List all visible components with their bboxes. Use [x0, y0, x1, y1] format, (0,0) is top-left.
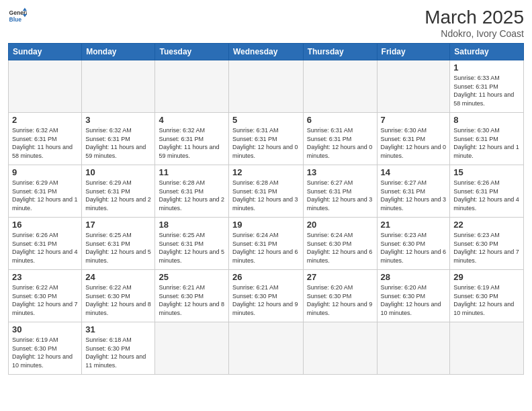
- day-3: 3 Sunrise: 6:32 AMSunset: 6:31 PMDayligh…: [82, 113, 155, 165]
- day-23: 23 Sunrise: 6:22 AMSunset: 6:30 PMDaylig…: [9, 270, 82, 322]
- table-row: 23 Sunrise: 6:22 AMSunset: 6:30 PMDaylig…: [9, 270, 524, 322]
- weekday-header-row: Sunday Monday Tuesday Wednesday Thursday…: [9, 44, 524, 60]
- header-monday: Monday: [82, 44, 155, 60]
- day-31: 31 Sunrise: 6:18 AMSunset: 6:30 PMDaylig…: [82, 322, 155, 375]
- empty-cell: [228, 60, 303, 113]
- day-14: 14 Sunrise: 6:27 AMSunset: 6:31 PMDaylig…: [377, 165, 450, 218]
- table-row: 30 Sunrise: 6:19 AMSunset: 6:30 PMDaylig…: [9, 322, 524, 375]
- svg-text:Blue: Blue: [9, 16, 22, 23]
- header-sunday: Sunday: [9, 44, 82, 60]
- day-5: 5 Sunrise: 6:31 AMSunset: 6:31 PMDayligh…: [228, 113, 303, 165]
- header-wednesday: Wednesday: [228, 44, 303, 60]
- table-row: 9 Sunrise: 6:29 AMSunset: 6:31 PMDayligh…: [9, 165, 524, 218]
- day-13: 13 Sunrise: 6:27 AMSunset: 6:31 PMDaylig…: [303, 165, 377, 218]
- table-row: 16 Sunrise: 6:26 AMSunset: 6:31 PMDaylig…: [9, 218, 524, 270]
- day-1: 1 Sunrise: 6:33 AMSunset: 6:31 PMDayligh…: [450, 60, 524, 113]
- day-29: 29 Sunrise: 6:19 AMSunset: 6:30 PMDaylig…: [450, 270, 524, 322]
- header: General Blue March 2025 Ndokro, Ivory Co…: [8, 7, 524, 39]
- empty-cell: [82, 60, 155, 113]
- day-25: 25 Sunrise: 6:21 AMSunset: 6:30 PMDaylig…: [155, 270, 228, 322]
- empty-cell: [155, 60, 228, 113]
- table-row: 1 Sunrise: 6:33 AMSunset: 6:31 PMDayligh…: [9, 60, 524, 113]
- day-20: 20 Sunrise: 6:24 AMSunset: 6:30 PMDaylig…: [303, 218, 377, 270]
- logo: General Blue: [8, 7, 27, 26]
- month-year: March 2025: [425, 7, 524, 28]
- day-2: 2 Sunrise: 6:32 AMSunset: 6:31 PMDayligh…: [9, 113, 82, 165]
- header-friday: Friday: [377, 44, 450, 60]
- title-block: March 2025 Ndokro, Ivory Coast: [425, 7, 524, 39]
- day-7: 7 Sunrise: 6:30 AMSunset: 6:31 PMDayligh…: [377, 113, 450, 165]
- day-16: 16 Sunrise: 6:26 AMSunset: 6:31 PMDaylig…: [9, 218, 82, 270]
- table-row: 2 Sunrise: 6:32 AMSunset: 6:31 PMDayligh…: [9, 113, 524, 165]
- day-8: 8 Sunrise: 6:30 AMSunset: 6:31 PMDayligh…: [450, 113, 524, 165]
- location: Ndokro, Ivory Coast: [425, 28, 524, 39]
- day-18: 18 Sunrise: 6:25 AMSunset: 6:31 PMDaylig…: [155, 218, 228, 270]
- header-saturday: Saturday: [450, 44, 524, 60]
- logo-icon: General Blue: [8, 7, 27, 26]
- day-28: 28 Sunrise: 6:20 AMSunset: 6:30 PMDaylig…: [377, 270, 450, 322]
- day-15: 15 Sunrise: 6:26 AMSunset: 6:31 PMDaylig…: [450, 165, 524, 218]
- empty-cell: [303, 60, 377, 113]
- day-17: 17 Sunrise: 6:25 AMSunset: 6:31 PMDaylig…: [82, 218, 155, 270]
- empty-cell: [228, 322, 303, 375]
- empty-cell: [303, 322, 377, 375]
- day-10: 10 Sunrise: 6:29 AMSunset: 6:31 PMDaylig…: [82, 165, 155, 218]
- header-thursday: Thursday: [303, 44, 377, 60]
- header-tuesday: Tuesday: [155, 44, 228, 60]
- empty-cell: [377, 322, 450, 375]
- day-24: 24 Sunrise: 6:22 AMSunset: 6:30 PMDaylig…: [82, 270, 155, 322]
- day-26: 26 Sunrise: 6:21 AMSunset: 6:30 PMDaylig…: [228, 270, 303, 322]
- page: General Blue March 2025 Ndokro, Ivory Co…: [0, 0, 532, 411]
- day-4: 4 Sunrise: 6:32 AMSunset: 6:31 PMDayligh…: [155, 113, 228, 165]
- day-19: 19 Sunrise: 6:24 AMSunset: 6:31 PMDaylig…: [228, 218, 303, 270]
- calendar-table: Sunday Monday Tuesday Wednesday Thursday…: [8, 43, 524, 375]
- day-30: 30 Sunrise: 6:19 AMSunset: 6:30 PMDaylig…: [9, 322, 82, 375]
- day-9: 9 Sunrise: 6:29 AMSunset: 6:31 PMDayligh…: [9, 165, 82, 218]
- empty-cell: [9, 60, 82, 113]
- empty-cell: [450, 322, 524, 375]
- day-6: 6 Sunrise: 6:31 AMSunset: 6:31 PMDayligh…: [303, 113, 377, 165]
- empty-cell: [377, 60, 450, 113]
- day-12: 12 Sunrise: 6:28 AMSunset: 6:31 PMDaylig…: [228, 165, 303, 218]
- day-21: 21 Sunrise: 6:23 AMSunset: 6:30 PMDaylig…: [377, 218, 450, 270]
- empty-cell: [155, 322, 228, 375]
- day-11: 11 Sunrise: 6:28 AMSunset: 6:31 PMDaylig…: [155, 165, 228, 218]
- day-27: 27 Sunrise: 6:20 AMSunset: 6:30 PMDaylig…: [303, 270, 377, 322]
- day-22: 22 Sunrise: 6:23 AMSunset: 6:30 PMDaylig…: [450, 218, 524, 270]
